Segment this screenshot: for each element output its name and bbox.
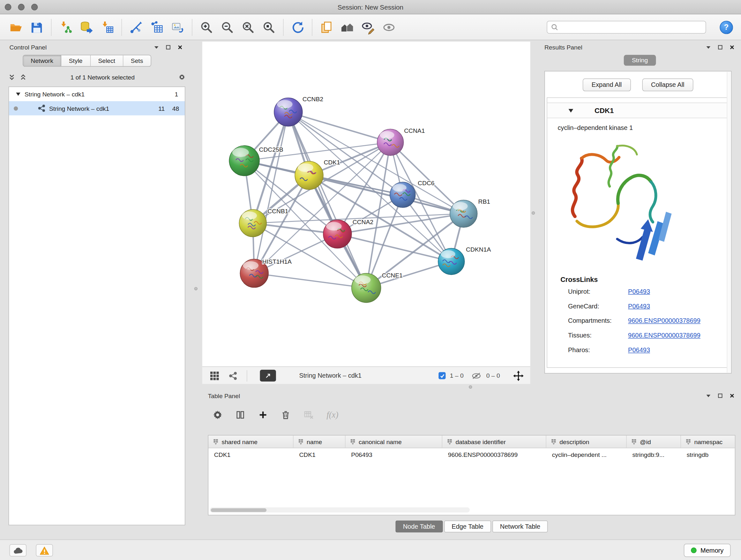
results-panel-menu-icon[interactable]: [705, 44, 712, 51]
cell-description[interactable]: cyclin–dependent ...: [546, 451, 627, 458]
tissues-link[interactable]: 9606.ENSP00000378699: [628, 332, 700, 339]
tab-network[interactable]: Network: [23, 55, 61, 66]
right-splitter-handle[interactable]: [532, 211, 535, 214]
tab-sets[interactable]: Sets: [123, 55, 151, 66]
copy-document-button[interactable]: [316, 17, 337, 38]
import-network-from-file-button[interactable]: [55, 17, 76, 38]
network-canvas[interactable]: CCNB2CCNA1CDC25BCDK1CDC6RB1CCNB1CCNA2CDK…: [202, 42, 530, 366]
control-panel-close-icon[interactable]: [177, 44, 184, 51]
delete-column-trash-icon[interactable]: [281, 410, 291, 420]
scrollbar-thumb[interactable]: [211, 508, 266, 512]
hide-graphics-details-button[interactable]: [358, 17, 379, 38]
network-node-ccne1[interactable]: CCNE1: [352, 272, 403, 302]
collapse-all-networks-icon[interactable]: [9, 74, 15, 80]
show-graphics-details-button[interactable]: [379, 17, 399, 38]
table-row[interactable]: CDK1 CDK1 P06493 9606.ENSP00000378699 cy…: [208, 448, 735, 461]
search-input[interactable]: [561, 23, 702, 30]
results-scrollbar[interactable]: [727, 72, 731, 373]
table-horizontal-scrollbar[interactable]: [210, 507, 470, 512]
collapse-triangle-icon[interactable]: [568, 108, 574, 113]
zoom-in-button[interactable]: [196, 17, 217, 38]
table-panel-close-icon[interactable]: [729, 392, 736, 399]
network-edge[interactable]: [309, 175, 463, 213]
apply-layout-button[interactable]: [287, 17, 308, 38]
cell-namespace[interactable]: stringdb: [681, 451, 735, 458]
column-header[interactable]: shared name: [208, 435, 293, 448]
left-splitter-handle[interactable]: [194, 287, 198, 290]
network-edge[interactable]: [288, 112, 390, 142]
open-session-button[interactable]: [6, 17, 26, 38]
collapse-triangle-icon[interactable]: [16, 91, 21, 97]
hidden-eye-slash-icon[interactable]: [472, 367, 481, 384]
tab-style[interactable]: Style: [61, 55, 91, 66]
network-node-ccna1[interactable]: CCNA1: [377, 127, 425, 155]
save-session-button[interactable]: [26, 17, 47, 38]
home-button[interactable]: [337, 17, 358, 38]
zoom-selected-button[interactable]: [259, 17, 279, 38]
cell-id[interactable]: stringdb:9...: [627, 451, 681, 458]
genecard-link[interactable]: P06493: [628, 303, 650, 310]
first-neighbors-button[interactable]: [126, 17, 146, 38]
expand-all-button[interactable]: Expand All: [583, 78, 631, 91]
tab-node-table[interactable]: Node Table: [395, 520, 443, 532]
tab-string[interactable]: String: [624, 55, 656, 66]
network-edge[interactable]: [288, 112, 366, 288]
results-panel-close-icon[interactable]: [729, 44, 736, 51]
export-image-button[interactable]: [167, 17, 188, 38]
pharos-link[interactable]: P06493: [628, 347, 650, 354]
network-edge[interactable]: [254, 112, 288, 273]
network-node-cdkn1a[interactable]: CDKN1A: [438, 246, 491, 275]
compartments-link[interactable]: 9606.ENSP00000378699: [628, 317, 700, 324]
network-tree-item-selected[interactable]: String Network – cdk1 11 48: [9, 101, 185, 115]
birdseye-view-button[interactable]: [260, 370, 276, 381]
results-panel-float-icon[interactable]: [717, 44, 724, 51]
network-node-cdk1[interactable]: CDK1: [295, 159, 340, 189]
toolbar-search-field[interactable]: [547, 21, 706, 34]
cell-canonical-name[interactable]: P06493: [346, 451, 443, 458]
add-column-plus-icon[interactable]: [258, 410, 268, 420]
zoom-fit-button[interactable]: [238, 17, 259, 38]
network-node-rb1[interactable]: RB1: [450, 198, 490, 227]
column-header[interactable]: database identifier: [442, 435, 546, 448]
control-panel-float-icon[interactable]: [165, 44, 172, 51]
uniprot-link[interactable]: P06493: [628, 288, 650, 295]
expand-all-networks-icon[interactable]: [20, 74, 26, 80]
new-network-from-selection-button[interactable]: [146, 17, 167, 38]
network-node-ccnb2[interactable]: CCNB2: [274, 96, 323, 126]
table-panel-float-icon[interactable]: [717, 392, 724, 399]
cell-database-identifier[interactable]: 9606.ENSP00000378699: [442, 451, 546, 458]
zoom-out-button[interactable]: [217, 17, 238, 38]
column-header[interactable]: description: [546, 435, 627, 448]
network-node-ccna2[interactable]: CCNA2: [323, 219, 374, 248]
pan-crosshair-icon[interactable]: [513, 367, 524, 384]
network-options-gear-icon[interactable]: [179, 74, 185, 80]
cell-shared-name[interactable]: CDK1: [208, 451, 293, 458]
network-collection-row[interactable]: String Network – cdk1 1: [9, 87, 185, 101]
table-panel-menu-icon[interactable]: [705, 392, 712, 399]
control-panel-menu-icon[interactable]: [153, 44, 160, 51]
show-columns-icon[interactable]: [235, 410, 245, 420]
table-options-gear-icon[interactable]: [212, 410, 222, 420]
gene-header-row[interactable]: CDK1: [547, 103, 729, 118]
column-header[interactable]: @id: [627, 435, 681, 448]
help-button[interactable]: ?: [720, 21, 733, 34]
network-share-icon[interactable]: [229, 367, 238, 384]
tab-edge-table[interactable]: Edge Table: [444, 520, 491, 532]
tab-select[interactable]: Select: [91, 55, 123, 66]
network-edge[interactable]: [254, 273, 366, 288]
warnings-button[interactable]: [36, 544, 53, 557]
collapse-all-button[interactable]: Collapse All: [642, 78, 693, 91]
network-node-cdc25b[interactable]: CDC25B: [229, 145, 283, 176]
cloud-status-button[interactable]: [10, 544, 26, 557]
tab-network-table[interactable]: Network Table: [492, 520, 548, 532]
import-table-from-file-button[interactable]: [97, 17, 118, 38]
import-network-from-database-button[interactable]: [76, 17, 97, 38]
column-header[interactable]: name: [293, 435, 346, 448]
memory-button[interactable]: Memory: [684, 544, 731, 557]
selected-nodes-checkbox[interactable]: [439, 372, 446, 379]
column-header[interactable]: namespac: [681, 435, 735, 448]
cell-name[interactable]: CDK1: [293, 451, 346, 458]
grid-view-icon[interactable]: [210, 367, 219, 384]
bottom-splitter-handle[interactable]: [469, 385, 472, 388]
network-node-hist1h1a[interactable]: HIST1H1A: [240, 258, 292, 287]
